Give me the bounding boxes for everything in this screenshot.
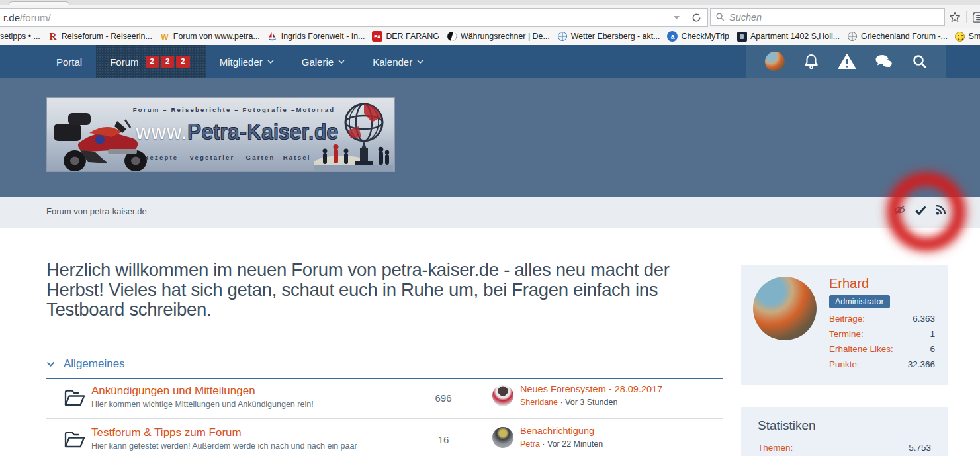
- bw-circle-icon: [447, 32, 457, 41]
- url-bar[interactable]: r.de/forum/: [0, 8, 708, 27]
- browser-search-input[interactable]: Suchen: [710, 8, 945, 26]
- browser-toolbar: r.de/forum/ Suchen: [0, 5, 980, 28]
- sailboat-icon: [267, 31, 278, 42]
- chevron-down-icon: [267, 60, 274, 64]
- thread-count: 696: [417, 392, 470, 404]
- statistics-card: Statistiken Themen:5.753: [741, 407, 948, 456]
- profile-stat-row: Punkte:32.366: [829, 359, 935, 375]
- search-icon: [716, 13, 725, 21]
- profile-stat-row: Erhaltene Likes:6: [829, 344, 935, 359]
- last-post-time: · Vor 22 Minuten: [540, 439, 603, 449]
- open-folder-icon: [64, 388, 86, 408]
- last-poster-link[interactable]: Petra: [520, 439, 540, 449]
- statistics-title: Statistiken: [758, 418, 816, 433]
- breadcrumb-bar: Forum von petra-kaiser.de: [0, 197, 980, 228]
- notifications-bell-icon[interactable]: [803, 53, 819, 70]
- open-folder-icon: [64, 430, 86, 449]
- forum-description: Hier kann getestet werden! Außerdem werd…: [91, 441, 357, 451]
- reload-icon[interactable]: [691, 13, 701, 23]
- bookmarks-list-icon[interactable]: [972, 11, 980, 23]
- bookmark-item[interactable]: RReiseforum - Reiseerin...: [48, 31, 152, 42]
- photo-icon: [737, 32, 747, 42]
- a-circle-icon: a: [667, 31, 678, 42]
- screenshot-root: r.de/forum/ Suchen setipps • ...: [0, 0, 980, 456]
- chevron-down-icon: [338, 60, 345, 64]
- nav-item-forum[interactable]: Forum 2 2 2: [96, 45, 206, 78]
- browser-tabstrip: [0, 0, 980, 5]
- forum-title-link[interactable]: Testforum & Tipps zum Forum: [91, 426, 357, 439]
- last-post-link[interactable]: Benachrichtigung: [520, 425, 603, 437]
- bookmark-item[interactable]: Ingrids Forenwelt - In...: [267, 31, 365, 42]
- thread-count: 16: [417, 434, 470, 445]
- red-r-icon: R: [48, 31, 58, 42]
- last-poster-link[interactable]: Sheridane: [520, 398, 558, 407]
- profile-stat-row: Beiträge:6.363: [829, 314, 935, 329]
- globe-blue-icon: [558, 32, 567, 41]
- bookmark-item[interactable]: Apartment 1402 S,Holi...: [736, 31, 840, 42]
- profile-stat-row: Termine:1: [829, 329, 935, 344]
- w-icon: w: [159, 31, 170, 42]
- nav-item-kalender[interactable]: Kalender: [359, 45, 437, 78]
- forum-description: Hier kommen wichtige Mitteilungen und An…: [91, 400, 314, 409]
- bookmark-item[interactable]: FADER FARANG: [372, 31, 439, 42]
- forum-row: Testforum & Tipps zum Forum Hier kann ge…: [46, 421, 723, 456]
- url-dropdown-icon[interactable]: [673, 15, 680, 20]
- user-avatar[interactable]: [765, 52, 785, 71]
- search-icon[interactable]: [912, 54, 928, 69]
- bookmark-item[interactable]: Wetter Ebersberg - akt...: [557, 31, 660, 42]
- conversations-chat-icon[interactable]: [875, 54, 893, 69]
- forum-badges: 2 2 2: [146, 56, 192, 68]
- bookmark-item[interactable]: Smilies Grosse S: [955, 31, 980, 42]
- mark-read-check-icon[interactable]: [915, 206, 926, 215]
- site-banner-logo[interactable]: Forum – Reiseberichte – Fotografie –Moto…: [46, 97, 395, 172]
- last-post-link[interactable]: Neues Forensystem - 28.09.2017: [520, 383, 662, 396]
- last-poster-avatar[interactable]: [492, 427, 513, 448]
- nav-item-mitglieder[interactable]: Mitglieder: [206, 45, 288, 78]
- site-navbar: Portal Forum 2 2 2 Mitglieder Galerie Ka…: [0, 45, 980, 78]
- bookmarks-bar: setipps • ... RReiseforum - Reiseerin...…: [0, 28, 980, 45]
- toolbar-right: [949, 8, 980, 26]
- profile-name-link[interactable]: Erhard: [829, 276, 869, 291]
- divider: [686, 12, 686, 24]
- nav-item-portal[interactable]: Portal: [42, 45, 96, 78]
- bookmark-item[interactable]: setipps • ...: [0, 32, 40, 41]
- bookmark-item[interactable]: Währungsrechner | De...: [447, 31, 550, 42]
- globe-gray-icon: [848, 32, 857, 41]
- moderation-warning-icon[interactable]: [838, 54, 856, 69]
- motorcycle-image: [48, 105, 164, 171]
- last-poster-avatar[interactable]: [492, 385, 513, 406]
- divider: [46, 418, 723, 419]
- smiley-icon: [955, 32, 965, 42]
- rss-icon[interactable]: [936, 205, 946, 215]
- nav-user-panel: [746, 45, 946, 78]
- nav-item-galerie[interactable]: Galerie: [288, 45, 359, 78]
- category-header-allgemeines[interactable]: Allgemeines: [46, 357, 125, 371]
- statistics-row: Themen:5.753: [758, 443, 931, 453]
- search-placeholder: Suchen: [729, 12, 762, 23]
- forum-row: Ankündigungen und Mitteilungen Hier komm…: [46, 379, 723, 418]
- last-post-time: · Vor 3 Stunden: [558, 398, 617, 407]
- site-header: Forum – Reiseberichte – Fotografie –Moto…: [0, 78, 980, 197]
- profile-card: Erhard Administrator Beiträge:6.363 Term…: [741, 265, 948, 385]
- unread-badge[interactable]: 2: [176, 56, 189, 68]
- category-title: Allgemeines: [64, 357, 125, 371]
- breadcrumb[interactable]: Forum von petra-kaiser.de: [46, 206, 147, 216]
- unread-badge[interactable]: 2: [146, 56, 159, 68]
- eye-slash-icon[interactable]: [893, 205, 906, 215]
- chevron-down-icon: [417, 60, 423, 64]
- divider: [966, 11, 967, 23]
- forum-title-link[interactable]: Ankündigungen und Mitteilungen: [91, 384, 314, 398]
- fa-icon: FA: [372, 31, 382, 42]
- role-badge: Administrator: [829, 295, 890, 308]
- welcome-heading: Herzlich willkommen im neuen Forum von p…: [46, 260, 721, 320]
- chevron-down-icon: [46, 361, 55, 367]
- bookmark-star-icon[interactable]: [949, 11, 961, 23]
- globe-monument-image: [314, 100, 393, 171]
- url-text: r.de/forum/: [0, 12, 51, 23]
- profile-avatar[interactable]: [753, 277, 817, 340]
- bookmark-item[interactable]: aCheckMyTrip: [667, 31, 729, 42]
- unread-badge[interactable]: 2: [161, 56, 174, 68]
- bookmark-item[interactable]: wForum von www.petra...: [159, 31, 260, 42]
- bookmark-item[interactable]: Griechenland Forum -...: [847, 31, 948, 42]
